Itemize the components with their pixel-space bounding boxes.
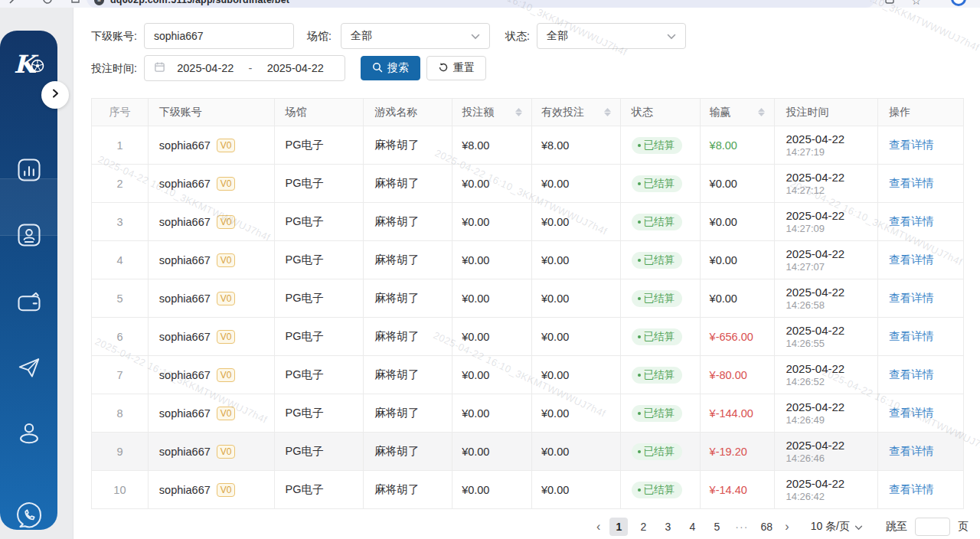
view-details-link[interactable]: 查看详情 xyxy=(889,406,933,420)
venue-filter-select[interactable]: 全部 xyxy=(341,23,490,49)
view-details-link[interactable]: 查看详情 xyxy=(889,368,933,382)
sort-icon[interactable] xyxy=(604,108,611,116)
bar-chart-icon xyxy=(15,156,43,187)
view-details-link[interactable]: 查看详情 xyxy=(889,176,933,191)
bet-date: 2025-04-22 xyxy=(786,362,844,376)
view-details-link[interactable]: 查看详情 xyxy=(889,253,933,267)
cell-winloss: ¥0.00 xyxy=(701,203,776,240)
status-badge: 已结算 xyxy=(632,443,683,460)
page-number-button[interactable]: 1 xyxy=(609,518,628,536)
view-details-link[interactable]: 查看详情 xyxy=(889,138,933,152)
sidebar-item-wallet[interactable] xyxy=(0,289,57,319)
cell-bet-time: 2025-04-22 14:26:42 xyxy=(775,471,878,508)
profile-avatar[interactable] xyxy=(951,0,966,6)
search-button-label: 搜索 xyxy=(387,61,409,75)
home-icon[interactable] xyxy=(70,0,80,6)
cell-action: 查看详情 xyxy=(878,394,963,432)
cell-action: 查看详情 xyxy=(878,241,963,279)
header-valid-bet[interactable]: 有效投注 xyxy=(532,99,621,126)
header-bet-amount[interactable]: 投注额 xyxy=(452,99,532,126)
cell-game: 麻将胡了 xyxy=(364,203,452,240)
vip-level-badge: V0 xyxy=(217,253,236,267)
table-row: 9 sophia667 V0 PG电子 麻将胡了 ¥0.00 ¥0.00 已结算… xyxy=(92,433,963,471)
view-details-link[interactable]: 查看详情 xyxy=(889,444,933,459)
cell-venue: PG电子 xyxy=(275,241,364,279)
status-badge: 已结算 xyxy=(632,214,683,230)
page-number-button[interactable]: ··· xyxy=(732,518,751,536)
table-row: 1 sophia667 V0 PG电子 麻将胡了 ¥8.00 ¥8.00 已结算… xyxy=(92,126,963,165)
reset-button[interactable]: 重置 xyxy=(426,56,486,80)
extensions-icon[interactable] xyxy=(884,0,895,7)
cell-account: sophia667 V0 xyxy=(149,471,275,508)
page-size-select[interactable]: 10 条/页 xyxy=(811,520,863,534)
page-number-button[interactable]: 68 xyxy=(757,518,776,536)
url-text: dq602p.com:5115/app/subordinate/bet xyxy=(110,0,289,5)
venue-filter-label: 场馆: xyxy=(307,23,332,49)
sidebar-item-promotions[interactable] xyxy=(0,354,57,384)
chevron-down-icon xyxy=(667,30,676,42)
venue-selected-value: 全部 xyxy=(351,29,471,43)
sidebar-item-members[interactable] xyxy=(0,221,57,252)
cell-index: 7 xyxy=(92,356,149,394)
page-number-button[interactable]: 3 xyxy=(658,518,677,536)
cell-index: 3 xyxy=(92,203,149,240)
status-dot-icon xyxy=(638,450,641,453)
next-page-button[interactable]: › xyxy=(782,520,792,534)
cell-action: 查看详情 xyxy=(878,165,963,202)
table-row: 7 sophia667 V0 PG电子 麻将胡了 ¥0.00 ¥0.00 已结算… xyxy=(92,356,963,394)
view-details-link[interactable]: 查看详情 xyxy=(889,214,933,229)
cell-winloss: ¥-14.40 xyxy=(701,471,776,508)
sidebar-item-support[interactable] xyxy=(0,501,57,533)
cell-winloss: ¥0.00 xyxy=(701,279,776,317)
cell-venue: PG电子 xyxy=(275,126,364,164)
cell-game: 麻将胡了 xyxy=(364,356,452,394)
bet-time: 14:26:46 xyxy=(786,452,825,465)
vip-level-badge: V0 xyxy=(217,215,236,229)
jump-page-input[interactable] xyxy=(915,518,950,536)
reload-icon[interactable] xyxy=(42,0,53,7)
view-details-link[interactable]: 查看详情 xyxy=(889,482,933,497)
search-button[interactable]: 搜索 xyxy=(361,56,420,80)
sort-icon[interactable] xyxy=(758,108,765,116)
bookmark-star-icon[interactable]: ☆ xyxy=(911,0,921,8)
page-number-button[interactable]: 2 xyxy=(634,518,652,536)
sidebar-item-reports[interactable] xyxy=(0,156,57,187)
cell-valid-bet: ¥0.00 xyxy=(532,394,621,432)
page-number-button[interactable]: 4 xyxy=(683,518,701,536)
cell-venue: PG电子 xyxy=(275,356,364,394)
cell-venue: PG电子 xyxy=(275,433,364,470)
jump-suffix-label: 页 xyxy=(958,520,969,534)
cell-game: 麻将胡了 xyxy=(364,394,452,432)
status-badge: 已结算 xyxy=(632,405,683,422)
bet-date: 2025-04-22 xyxy=(786,171,844,185)
sidebar-item-profile[interactable] xyxy=(0,419,57,449)
forward-icon[interactable] xyxy=(6,0,17,7)
cell-winloss: ¥0.00 xyxy=(701,165,776,202)
page-number-button[interactable]: 5 xyxy=(707,518,726,536)
status-filter-select[interactable]: 全部 xyxy=(537,23,686,49)
cell-bet-amount: ¥0.00 xyxy=(452,318,532,355)
chevron-down-icon xyxy=(471,30,480,42)
date-end-value: 2025-04-22 xyxy=(255,62,335,74)
search-icon xyxy=(372,62,383,75)
cell-account: sophia667 V0 xyxy=(149,165,275,202)
header-winloss[interactable]: 输赢 xyxy=(701,99,776,126)
date-range-picker[interactable]: 2025-04-22 - 2025-04-22 xyxy=(144,55,345,81)
status-dot-icon xyxy=(638,412,641,415)
address-bar[interactable]: ≡ dq602p.com:5115/app/subordinate/bet xyxy=(87,0,875,8)
sort-icon[interactable] xyxy=(515,108,522,116)
status-badge: 已结算 xyxy=(632,137,683,154)
cell-status: 已结算 xyxy=(621,279,701,317)
view-details-link[interactable]: 查看详情 xyxy=(889,329,933,344)
account-name: sophia667 xyxy=(159,484,211,496)
status-badge: 已结算 xyxy=(632,367,683,384)
bet-time: 14:26:52 xyxy=(786,376,825,388)
sidebar-expand-button[interactable] xyxy=(41,81,69,109)
prev-page-button[interactable]: ‹ xyxy=(593,520,603,534)
cell-bet-amount: ¥0.00 xyxy=(452,356,532,394)
cell-account: sophia667 V0 xyxy=(149,241,275,279)
account-filter-input[interactable] xyxy=(144,23,294,49)
status-selected-value: 全部 xyxy=(547,29,667,43)
view-details-link[interactable]: 查看详情 xyxy=(889,291,933,305)
cell-bet-amount: ¥0.00 xyxy=(452,394,532,432)
